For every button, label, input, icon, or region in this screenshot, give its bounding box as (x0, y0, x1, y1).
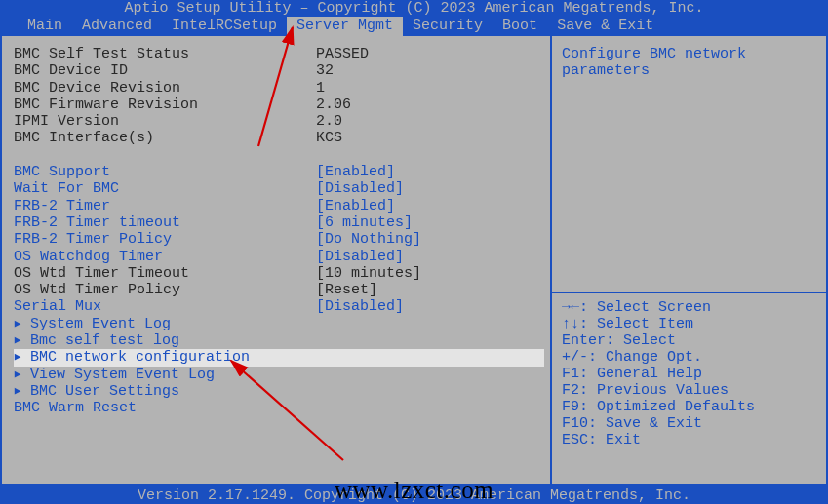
setting-system-event-log[interactable]: System Event Log (14, 316, 544, 332)
row-label: FRB-2 Timer Policy (14, 231, 316, 248)
setting-bmc-support[interactable]: BMC Support[Enabled] (14, 164, 544, 180)
app-title: Aptio Setup Utility – Copyright (C) 2023… (0, 0, 828, 17)
help-key-line: F9: Optimized Defaults (562, 399, 820, 415)
setting-frb-2-timer-policy[interactable]: FRB-2 Timer Policy[Do Nothing] (14, 231, 544, 248)
row-value: 1 (316, 80, 325, 97)
help-key-line: ESC: Exit (562, 432, 820, 448)
info-bmc-device-revision: BMC Device Revision1 (14, 80, 544, 97)
submenu-arrow-icon (14, 383, 21, 400)
setting-view-system-event-log[interactable]: View System Event Log (14, 367, 544, 383)
setting-os-watchdog-timer[interactable]: OS Watchdog Timer[Disabled] (14, 249, 544, 265)
row-label: BMC Firmware Revision (14, 97, 316, 113)
row-value: KCS (316, 130, 342, 146)
row-value: [Reset] (316, 282, 377, 298)
row-label: BMC Warm Reset (14, 400, 316, 416)
row-value: [Do Nothing] (316, 231, 421, 248)
row-label: OS Wtd Timer Policy (14, 282, 316, 298)
menu-intelrcsetup[interactable]: IntelRCSetup (162, 17, 287, 36)
help-divider (552, 292, 828, 293)
submenu-arrow-icon (14, 332, 21, 349)
row-value: 2.06 (316, 97, 351, 113)
help-key-line: ↑↓: Select Item (562, 316, 820, 332)
menu-advanced[interactable]: Advanced (72, 17, 162, 36)
info-bmc-interface-s-: BMC Interface(s)KCS (14, 130, 544, 146)
help-key-line: F1: General Help (562, 366, 820, 382)
blank-row (14, 147, 544, 164)
menu-boot[interactable]: Boot (493, 17, 547, 36)
submenu-arrow-icon (14, 316, 21, 332)
row-value: 32 (316, 62, 334, 79)
info-bmc-device-id: BMC Device ID32 (14, 62, 544, 79)
row-label: OS Wtd Timer Timeout (14, 265, 316, 282)
help-key-line: +/-: Change Opt. (562, 349, 820, 366)
help-keys: →←: Select Screen↑↓: Select ItemEnter: S… (562, 299, 820, 478)
menu-main[interactable]: Main (18, 17, 72, 36)
top-menu-bar: MainAdvancedIntelRCSetupServer MgmtSecur… (0, 17, 828, 36)
info-ipmi-version: IPMI Version2.0 (14, 113, 544, 130)
help-key-line: Enter: Select (562, 332, 820, 349)
row-label: Serial Mux (14, 298, 316, 315)
menu-security[interactable]: Security (403, 17, 493, 36)
row-value: [6 minutes] (316, 214, 413, 231)
row-label: Wait For BMC (14, 180, 316, 197)
row-value: [Enabled] (316, 164, 395, 180)
row-value: 2.0 (316, 113, 342, 130)
row-label: OS Watchdog Timer (14, 249, 316, 265)
row-value: [Disabled] (316, 298, 404, 315)
row-label: FRB-2 Timer timeout (14, 214, 316, 231)
row-label: FRB-2 Timer (14, 198, 316, 214)
row-label: System Event Log (21, 316, 316, 332)
app-footer: Version 2.17.1249. Copyright (C) 2023 Am… (0, 487, 828, 504)
help-description: Configure BMC network parameters (562, 46, 820, 79)
info-bmc-firmware-revision: BMC Firmware Revision2.06 (14, 97, 544, 113)
setting-bmc-self-test-log[interactable]: Bmc self test log (14, 332, 544, 349)
main-panel: BMC Self Test StatusPASSEDBMC Device ID3… (0, 36, 550, 485)
row-value: PASSED (316, 46, 369, 62)
row-label: Bmc self test log (21, 332, 316, 349)
setting-frb-2-timer[interactable]: FRB-2 Timer[Enabled] (14, 198, 544, 214)
submenu-arrow-icon (14, 367, 21, 383)
help-key-line: F2: Previous Values (562, 382, 820, 399)
row-label: BMC Interface(s) (14, 130, 316, 146)
setting-wait-for-bmc[interactable]: Wait For BMC[Disabled] (14, 180, 544, 197)
submenu-arrow-icon (14, 349, 21, 366)
row-label: BMC User Settings (21, 383, 316, 400)
row-label: BMC Device ID (14, 62, 316, 79)
row-label: BMC Support (14, 164, 316, 180)
row-value: [Disabled] (316, 249, 404, 265)
setting-bmc-user-settings[interactable]: BMC User Settings (14, 383, 544, 400)
info-bmc-self-test-status: BMC Self Test StatusPASSED (14, 46, 544, 62)
setting-bmc-warm-reset[interactable]: BMC Warm Reset (14, 400, 544, 416)
setting-os-wtd-timer-timeout: OS Wtd Timer Timeout[10 minutes] (14, 265, 544, 282)
help-panel: Configure BMC network parameters →←: Sel… (550, 36, 828, 485)
row-label: BMC Self Test Status (14, 46, 316, 62)
row-value: [Disabled] (316, 180, 404, 197)
help-key-line: F10: Save & Exit (562, 415, 820, 432)
setting-serial-mux[interactable]: Serial Mux[Disabled] (14, 298, 544, 315)
row-value: [Enabled] (316, 198, 395, 214)
row-label: View System Event Log (21, 367, 316, 383)
row-value: [10 minutes] (316, 265, 421, 282)
setting-bmc-network-configuration[interactable]: BMC network configuration (14, 349, 544, 366)
menu-save-exit[interactable]: Save & Exit (547, 17, 663, 36)
setting-os-wtd-timer-policy: OS Wtd Timer Policy[Reset] (14, 282, 544, 298)
row-label: BMC Device Revision (14, 80, 316, 97)
setting-frb-2-timer-timeout[interactable]: FRB-2 Timer timeout[6 minutes] (14, 214, 544, 231)
help-key-line: →←: Select Screen (562, 299, 820, 316)
row-label: BMC network configuration (21, 349, 316, 366)
row-label (14, 147, 316, 164)
menu-server-mgmt[interactable]: Server Mgmt (287, 17, 403, 36)
row-label: IPMI Version (14, 113, 316, 130)
